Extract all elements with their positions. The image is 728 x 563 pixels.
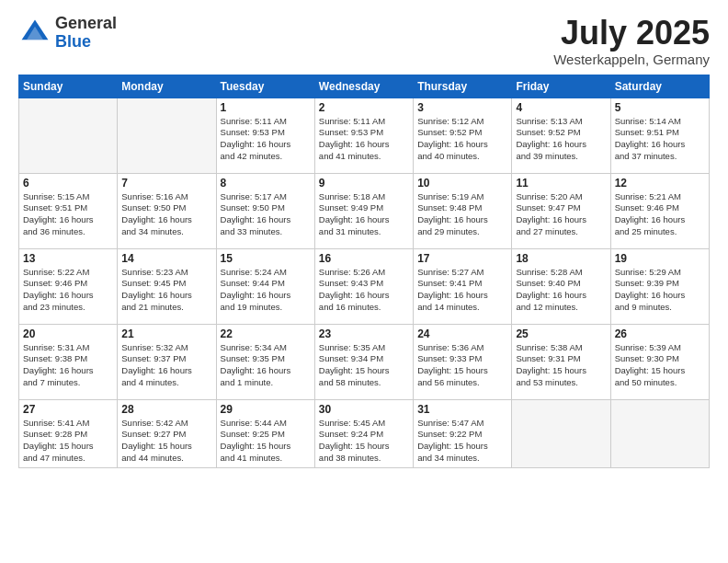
day-number: 10 xyxy=(417,177,507,190)
day-info: Sunrise: 5:31 AM Sunset: 9:38 PM Dayligh… xyxy=(23,342,113,389)
day-cell: 22Sunrise: 5:34 AM Sunset: 9:35 PM Dayli… xyxy=(216,324,314,399)
day-cell xyxy=(610,399,709,467)
day-info: Sunrise: 5:26 AM Sunset: 9:43 PM Dayligh… xyxy=(319,267,409,314)
day-number: 9 xyxy=(319,177,409,190)
day-number: 5 xyxy=(615,101,705,114)
day-info: Sunrise: 5:27 AM Sunset: 9:41 PM Dayligh… xyxy=(417,267,507,314)
day-cell: 9Sunrise: 5:18 AM Sunset: 9:49 PM Daylig… xyxy=(314,173,413,248)
day-cell: 12Sunrise: 5:21 AM Sunset: 9:46 PM Dayli… xyxy=(610,173,709,248)
day-cell: 6Sunrise: 5:15 AM Sunset: 9:51 PM Daylig… xyxy=(19,173,118,248)
day-number: 27 xyxy=(23,403,113,416)
day-cell: 30Sunrise: 5:45 AM Sunset: 9:24 PM Dayli… xyxy=(314,399,413,467)
day-number: 19 xyxy=(615,252,705,265)
day-info: Sunrise: 5:28 AM Sunset: 9:40 PM Dayligh… xyxy=(516,267,606,314)
day-cell: 11Sunrise: 5:20 AM Sunset: 9:47 PM Dayli… xyxy=(512,173,610,248)
day-number: 25 xyxy=(516,327,606,340)
col-header-saturday: Saturday xyxy=(610,75,709,98)
day-cell: 7Sunrise: 5:16 AM Sunset: 9:50 PM Daylig… xyxy=(118,173,216,248)
day-info: Sunrise: 5:42 AM Sunset: 9:27 PM Dayligh… xyxy=(121,418,211,465)
title-block: July 2025 Westerkappeln, Germany xyxy=(553,15,710,67)
day-cell: 25Sunrise: 5:38 AM Sunset: 9:31 PM Dayli… xyxy=(512,324,610,399)
day-number: 8 xyxy=(221,177,311,190)
day-number: 18 xyxy=(516,252,606,265)
day-cell: 27Sunrise: 5:41 AM Sunset: 9:28 PM Dayli… xyxy=(19,399,118,467)
col-header-friday: Friday xyxy=(512,75,610,98)
day-info: Sunrise: 5:20 AM Sunset: 9:47 PM Dayligh… xyxy=(516,191,606,238)
day-number: 2 xyxy=(319,101,409,114)
day-cell: 3Sunrise: 5:12 AM Sunset: 9:52 PM Daylig… xyxy=(414,98,512,173)
day-number: 11 xyxy=(516,177,606,190)
page: General Blue July 2025 Westerkappeln, Ge… xyxy=(0,0,728,563)
day-cell: 23Sunrise: 5:35 AM Sunset: 9:34 PM Dayli… xyxy=(314,324,413,399)
day-info: Sunrise: 5:24 AM Sunset: 9:44 PM Dayligh… xyxy=(221,267,311,314)
day-cell: 16Sunrise: 5:26 AM Sunset: 9:43 PM Dayli… xyxy=(314,248,413,324)
week-row-2: 13Sunrise: 5:22 AM Sunset: 9:46 PM Dayli… xyxy=(19,248,710,324)
day-cell: 2Sunrise: 5:11 AM Sunset: 9:53 PM Daylig… xyxy=(314,98,413,173)
day-cell: 10Sunrise: 5:19 AM Sunset: 9:48 PM Dayli… xyxy=(414,173,512,248)
week-row-1: 6Sunrise: 5:15 AM Sunset: 9:51 PM Daylig… xyxy=(19,173,710,248)
header-row: SundayMondayTuesdayWednesdayThursdayFrid… xyxy=(19,75,710,98)
col-header-sunday: Sunday xyxy=(19,75,118,98)
week-row-4: 27Sunrise: 5:41 AM Sunset: 9:28 PM Dayli… xyxy=(19,399,710,467)
day-cell: 19Sunrise: 5:29 AM Sunset: 9:39 PM Dayli… xyxy=(610,248,709,324)
day-number: 4 xyxy=(516,101,606,114)
day-info: Sunrise: 5:11 AM Sunset: 9:53 PM Dayligh… xyxy=(319,116,409,163)
day-cell: 28Sunrise: 5:42 AM Sunset: 9:27 PM Dayli… xyxy=(118,399,216,467)
day-info: Sunrise: 5:14 AM Sunset: 9:51 PM Dayligh… xyxy=(615,116,705,163)
day-info: Sunrise: 5:15 AM Sunset: 9:51 PM Dayligh… xyxy=(23,191,113,238)
col-header-tuesday: Tuesday xyxy=(216,75,314,98)
logo-icon xyxy=(18,17,51,50)
day-cell: 21Sunrise: 5:32 AM Sunset: 9:37 PM Dayli… xyxy=(118,324,216,399)
day-number: 15 xyxy=(221,252,311,265)
day-cell xyxy=(118,98,216,173)
subtitle: Westerkappeln, Germany xyxy=(553,52,710,67)
day-info: Sunrise: 5:45 AM Sunset: 9:24 PM Dayligh… xyxy=(319,418,409,465)
day-cell: 20Sunrise: 5:31 AM Sunset: 9:38 PM Dayli… xyxy=(19,324,118,399)
col-header-monday: Monday xyxy=(118,75,216,98)
day-number: 3 xyxy=(417,101,507,114)
week-row-3: 20Sunrise: 5:31 AM Sunset: 9:38 PM Dayli… xyxy=(19,324,710,399)
day-cell xyxy=(19,98,118,173)
day-info: Sunrise: 5:47 AM Sunset: 9:22 PM Dayligh… xyxy=(417,418,507,465)
day-info: Sunrise: 5:32 AM Sunset: 9:37 PM Dayligh… xyxy=(121,342,211,389)
day-info: Sunrise: 5:23 AM Sunset: 9:45 PM Dayligh… xyxy=(121,267,211,314)
day-number: 21 xyxy=(121,327,211,340)
day-info: Sunrise: 5:11 AM Sunset: 9:53 PM Dayligh… xyxy=(221,116,311,163)
day-number: 23 xyxy=(319,327,409,340)
day-info: Sunrise: 5:38 AM Sunset: 9:31 PM Dayligh… xyxy=(516,342,606,389)
day-info: Sunrise: 5:22 AM Sunset: 9:46 PM Dayligh… xyxy=(23,267,113,314)
logo: General Blue xyxy=(18,15,117,52)
day-info: Sunrise: 5:34 AM Sunset: 9:35 PM Dayligh… xyxy=(221,342,311,389)
day-info: Sunrise: 5:16 AM Sunset: 9:50 PM Dayligh… xyxy=(121,191,211,238)
day-info: Sunrise: 5:41 AM Sunset: 9:28 PM Dayligh… xyxy=(23,418,113,465)
week-row-0: 1Sunrise: 5:11 AM Sunset: 9:53 PM Daylig… xyxy=(19,98,710,173)
day-info: Sunrise: 5:44 AM Sunset: 9:25 PM Dayligh… xyxy=(221,418,311,465)
day-cell: 5Sunrise: 5:14 AM Sunset: 9:51 PM Daylig… xyxy=(610,98,709,173)
day-cell: 1Sunrise: 5:11 AM Sunset: 9:53 PM Daylig… xyxy=(216,98,314,173)
col-header-wednesday: Wednesday xyxy=(314,75,413,98)
day-cell: 17Sunrise: 5:27 AM Sunset: 9:41 PM Dayli… xyxy=(414,248,512,324)
day-cell: 18Sunrise: 5:28 AM Sunset: 9:40 PM Dayli… xyxy=(512,248,610,324)
logo-blue: Blue xyxy=(55,32,91,51)
day-number: 20 xyxy=(23,327,113,340)
day-number: 29 xyxy=(221,403,311,416)
day-cell: 31Sunrise: 5:47 AM Sunset: 9:22 PM Dayli… xyxy=(414,399,512,467)
day-number: 26 xyxy=(615,327,705,340)
day-info: Sunrise: 5:12 AM Sunset: 9:52 PM Dayligh… xyxy=(417,116,507,163)
day-cell: 29Sunrise: 5:44 AM Sunset: 9:25 PM Dayli… xyxy=(216,399,314,467)
day-number: 14 xyxy=(121,252,211,265)
day-number: 1 xyxy=(221,101,311,114)
day-number: 17 xyxy=(417,252,507,265)
day-number: 28 xyxy=(121,403,211,416)
day-number: 31 xyxy=(417,403,507,416)
day-info: Sunrise: 5:39 AM Sunset: 9:30 PM Dayligh… xyxy=(615,342,705,389)
day-number: 13 xyxy=(23,252,113,265)
month-title: July 2025 xyxy=(553,15,710,52)
logo-general: General xyxy=(55,14,117,32)
header: General Blue July 2025 Westerkappeln, Ge… xyxy=(18,15,710,67)
day-cell: 13Sunrise: 5:22 AM Sunset: 9:46 PM Dayli… xyxy=(19,248,118,324)
day-info: Sunrise: 5:36 AM Sunset: 9:33 PM Dayligh… xyxy=(417,342,507,389)
day-info: Sunrise: 5:18 AM Sunset: 9:49 PM Dayligh… xyxy=(319,191,409,238)
day-info: Sunrise: 5:19 AM Sunset: 9:48 PM Dayligh… xyxy=(417,191,507,238)
day-number: 16 xyxy=(319,252,409,265)
